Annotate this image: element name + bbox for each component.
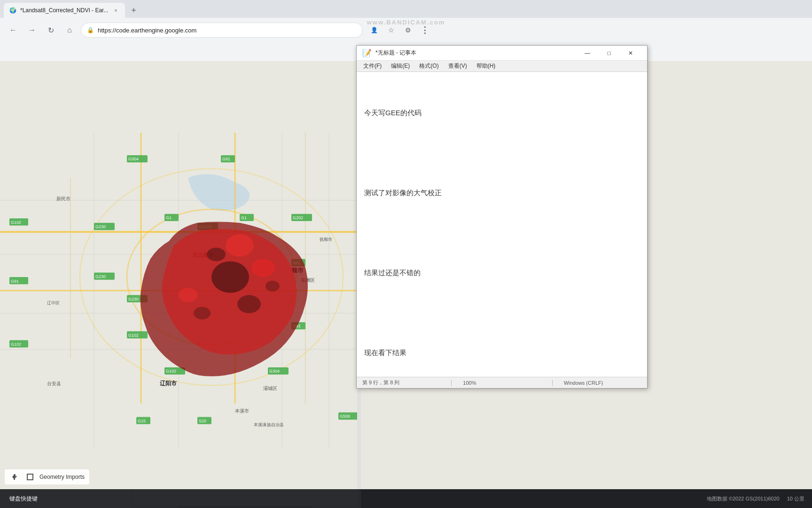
notepad-line-spacer <box>364 150 640 158</box>
tab-close-button[interactable]: × <box>112 7 119 14</box>
svg-text:本溪市: 本溪市 <box>235 408 250 413</box>
svg-rect-35 <box>240 214 254 221</box>
svg-text:G102: G102 <box>11 342 21 347</box>
status-divider <box>552 380 553 386</box>
notepad-window-buttons: — □ ✕ <box>577 46 641 61</box>
svg-text:G102: G102 <box>11 220 21 225</box>
notepad-line-3: 结果过还是不错的 <box>364 266 640 280</box>
svg-point-76 <box>194 307 211 319</box>
svg-text:G230: G230 <box>95 225 106 230</box>
refresh-button[interactable]: ↻ <box>43 23 58 38</box>
svg-text:G1: G1 <box>166 215 172 220</box>
svg-text:辽阳市: 辽阳市 <box>160 381 178 387</box>
geometry-imports-label: Geometry Imports <box>39 474 85 480</box>
active-tab[interactable]: 🌍 *Landsat8_Corrected_NDVI - Ear... × <box>4 3 125 18</box>
svg-text:G91: G91 <box>222 157 230 162</box>
url-display: https://code.earthengine.google.com <box>98 27 196 34</box>
svg-rect-37 <box>197 223 218 230</box>
bandicam-watermark: www.BANDICAM.com <box>367 19 445 26</box>
svg-text:G1113: G1113 <box>199 225 211 230</box>
svg-text:G202: G202 <box>293 215 303 220</box>
notepad-line-2: 测试了对影像的大气校正 <box>364 186 640 200</box>
svg-text:S20: S20 <box>199 419 206 423</box>
notepad-menu-format[interactable]: 格式(O) <box>414 61 443 72</box>
back-button[interactable]: ← <box>6 23 21 38</box>
svg-rect-80 <box>27 474 33 480</box>
notepad-menu-bar: 文件(F) 编辑(E) 格式(O) 查看(V) 帮助(H) <box>357 61 647 72</box>
notepad-line-spacer <box>364 310 640 318</box>
svg-rect-41 <box>127 295 148 302</box>
taskbar-shortcuts[interactable]: 键盘快捷键 <box>4 491 43 506</box>
new-tab-button[interactable]: + <box>127 4 140 17</box>
svg-text:新民市: 新民市 <box>56 196 71 201</box>
svg-text:顺市: 顺市 <box>291 267 304 274</box>
svg-rect-53 <box>136 417 150 424</box>
tab-bar: 🌍 *Landsat8_Corrected_NDVI - Ear... × + <box>0 0 812 18</box>
svg-point-12 <box>80 169 343 386</box>
notepad-close-button[interactable]: ✕ <box>620 46 641 61</box>
taskbar-map-data: 地图数据 ©2022 GS(2011)6020 <box>707 495 780 502</box>
svg-text:G91: G91 <box>11 279 19 284</box>
notepad-menu-file[interactable]: 文件(F) <box>359 61 386 72</box>
notepad-window: 📝 *无标题 - 记事本 — □ ✕ 文件(F) 编辑(E) 格式(O) 查看(… <box>356 45 648 389</box>
notepad-menu-edit[interactable]: 编辑(E) <box>386 61 414 72</box>
address-bar[interactable]: 🔒 https://code.earthengine.google.com <box>81 23 363 38</box>
notepad-encoding: Windows (CRLF) <box>564 380 641 386</box>
svg-rect-21 <box>9 218 28 225</box>
notepad-minimize-button[interactable]: — <box>577 46 598 61</box>
svg-text:东洲区: 东洲区 <box>301 278 315 283</box>
svg-rect-57 <box>164 367 185 374</box>
svg-text:本溪满族自治县: 本溪满族自治县 <box>254 422 284 427</box>
svg-rect-55 <box>94 223 115 230</box>
svg-text:G230: G230 <box>95 274 106 279</box>
notepad-line-1: 今天写GEE的代码 <box>364 106 640 120</box>
svg-rect-47 <box>291 322 305 329</box>
notepad-zoom: 100% <box>463 380 540 386</box>
notepad-title-bar[interactable]: 📝 *无标题 - 记事本 — □ ✕ <box>357 46 647 61</box>
svg-text:G1: G1 <box>241 215 247 220</box>
svg-point-78 <box>251 259 275 277</box>
svg-rect-49 <box>268 367 289 374</box>
svg-rect-45 <box>291 259 305 266</box>
svg-text:G230: G230 <box>128 297 139 302</box>
svg-text:G102: G102 <box>128 333 139 338</box>
taskbar-status: 地图数据 ©2022 GS(2011)6020 10 公里 <box>707 495 808 502</box>
svg-text:台安县: 台安县 <box>47 381 62 386</box>
svg-rect-43 <box>127 331 148 338</box>
svg-text:灞城区: 灞城区 <box>263 386 278 391</box>
map-geometry-controls: Geometry Imports <box>5 469 89 484</box>
svg-rect-29 <box>221 155 235 162</box>
svg-text:抚顺市: 抚顺市 <box>319 237 333 242</box>
notepad-line-4: 现在看下结果 <box>364 346 640 360</box>
svg-point-75 <box>265 281 280 292</box>
svg-text:G15: G15 <box>138 419 146 423</box>
svg-point-79 <box>179 288 197 302</box>
notepad-maximize-button[interactable]: □ <box>598 46 620 61</box>
svg-point-11 <box>127 209 296 345</box>
svg-point-72 <box>211 261 249 293</box>
svg-point-74 <box>207 248 226 262</box>
svg-rect-39 <box>94 272 115 279</box>
svg-rect-59 <box>338 413 359 420</box>
svg-rect-33 <box>164 214 179 221</box>
svg-text:G91: G91 <box>293 261 301 265</box>
taskbar: 键盘快捷键 地图数据 ©2022 GS(2011)6020 10 公里 <box>0 489 812 508</box>
svg-rect-23 <box>9 277 28 284</box>
notepad-title: *无标题 - 记事本 <box>375 49 573 57</box>
geometry-hand-tool[interactable] <box>9 471 21 483</box>
svg-point-73 <box>237 295 261 313</box>
svg-text:G506: G506 <box>340 414 350 419</box>
notepad-menu-help[interactable]: 帮助(H) <box>472 61 500 72</box>
square-icon <box>26 473 34 481</box>
notepad-icon: 📝 <box>362 48 372 57</box>
status-divider <box>451 380 452 386</box>
notepad-menu-view[interactable]: 查看(V) <box>444 61 472 72</box>
notepad-content[interactable]: 今天写GEE的代码 测试了对影像的大气校正 结果过还是不错的 现在看下结果 现在… <box>357 72 647 377</box>
taskbar-scale: 10 公里 <box>787 495 804 502</box>
svg-text:辽中区: 辽中区 <box>47 301 60 305</box>
home-button[interactable]: ⌂ <box>62 23 77 38</box>
svg-rect-27 <box>127 155 148 162</box>
svg-point-77 <box>226 234 254 257</box>
geometry-square-tool[interactable] <box>24 471 36 483</box>
forward-button[interactable]: → <box>24 23 39 38</box>
